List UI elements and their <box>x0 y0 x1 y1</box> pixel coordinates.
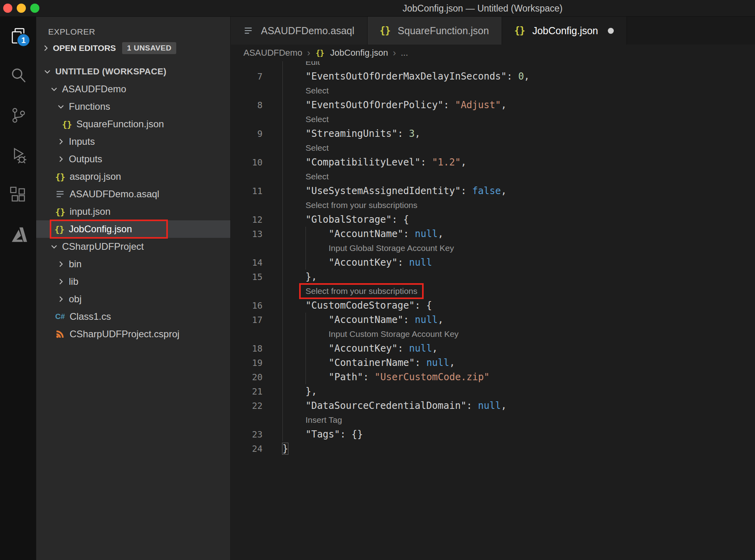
indent-guide <box>306 255 329 270</box>
activity-item-search[interactable] <box>0 56 36 96</box>
tree-item-untitled-workspace[interactable]: UNTITLED (WORKSPACE) <box>36 63 230 80</box>
code-content[interactable]: }, <box>282 384 317 399</box>
breadcrumb-item-asaudfdemo[interactable]: ASAUDFDemo <box>243 48 302 58</box>
code-content[interactable]: "AccountName": null, <box>282 227 444 241</box>
codelens-link[interactable]: Input Custom Storage Account Key <box>329 327 459 341</box>
code-text: "Tags": {} <box>306 427 363 441</box>
editor[interactable]: Edit7"EventsOutOfOrderMaxDelayInSeconds"… <box>231 61 755 560</box>
token-key: "AccountName" <box>329 314 403 325</box>
token-pun: }, <box>306 386 317 397</box>
codelens-link[interactable]: Select <box>306 112 329 126</box>
tree-item-inputs[interactable]: Inputs <box>36 133 230 150</box>
main-layout: 1 EXPLORER OPEN EDITORS 1 UNSAVED UNTITL… <box>0 17 755 560</box>
json-file-icon: {} <box>60 119 74 129</box>
code-content[interactable]: "EventsOutOfOrderMaxDelayInSeconds": 0, <box>282 69 530 84</box>
open-editors-section[interactable]: OPEN EDITORS 1 UNSAVED <box>36 39 230 57</box>
tree-item-csharpudfproject[interactable]: CSharpUDFProject <box>36 238 230 255</box>
tree-item-csharpudfproject-csproj[interactable]: CSharpUDFProject.csproj <box>36 325 230 343</box>
activity-item-explorer[interactable]: 1 <box>0 17 36 56</box>
tree-item-bin[interactable]: bin <box>36 255 230 273</box>
codelens-link[interactable]: Edit <box>306 61 320 69</box>
activity-item-source-control[interactable] <box>0 96 36 136</box>
codelens-link[interactable]: Select <box>306 141 329 155</box>
token-key: "AccountKey" <box>329 257 397 268</box>
line-number: 13 <box>231 227 263 241</box>
activity-item-run-debug[interactable] <box>0 136 36 176</box>
token-pun: , <box>461 157 466 168</box>
code-content[interactable]: "CustomCodeStorage": { <box>282 298 432 313</box>
breadcrumb-item-jobconfig-json[interactable]: {}JobConfig.json <box>315 48 388 58</box>
code-text: "DataSourceCredentialDomain": null, <box>306 399 507 413</box>
codelens-link[interactable]: Input Global Storage Account Key <box>329 241 454 255</box>
code-content[interactable]: "Tags": {} <box>282 427 363 441</box>
codelens-link[interactable]: Select <box>306 169 329 184</box>
minimize-window-button[interactable] <box>17 4 26 13</box>
tab-squarefunction-json[interactable]: {}SquareFunction.json <box>368 17 502 45</box>
tree-item-input-json[interactable]: {}input.json <box>36 203 230 220</box>
json-file-icon: {} <box>53 207 67 217</box>
breadcrumb-item-[interactable]: ... <box>401 48 408 58</box>
window-controls <box>3 4 39 13</box>
tree-item-jobconfig-json[interactable]: {}JobConfig.json <box>36 220 230 238</box>
token-key: "EventsOutOfOrderPolicy" <box>306 99 444 111</box>
token-key: "Path" <box>329 371 363 383</box>
code-content[interactable]: "AccountKey": null <box>282 255 432 270</box>
code-content[interactable]: "EventsOutOfOrderPolicy": "Adjust", <box>282 98 507 112</box>
tree-item-functions[interactable]: Functions <box>36 98 230 115</box>
indent-guide <box>282 241 306 255</box>
code-content[interactable]: "StreamingUnits": 3, <box>282 126 420 141</box>
token-pun: : { <box>392 214 409 225</box>
tree-item-content: Functions <box>55 98 110 115</box>
codelens-link[interactable]: Select <box>306 84 329 98</box>
code-content[interactable]: "GlobalStorage": { <box>282 212 409 227</box>
token-pun: : { <box>415 300 432 311</box>
token-key: "UseSystemAssignedIdentity" <box>306 185 461 196</box>
code-content: Input Custom Storage Account Key <box>282 327 459 341</box>
tree-item-lib[interactable]: lib <box>36 273 230 290</box>
code-row: 12"GlobalStorage": { <box>231 212 755 227</box>
breadcrumb-label: ASAUDFDemo <box>243 48 302 58</box>
tree-item-label: Class1.cs <box>70 311 111 322</box>
tree-item-label: asaproj.json <box>70 171 121 182</box>
code-content[interactable]: "AccountName": null, <box>282 313 444 327</box>
token-key: "CompatibilityLevel" <box>306 157 420 168</box>
code-content[interactable]: "CompatibilityLevel": "1.2", <box>282 155 467 169</box>
tab-jobconfig-json[interactable]: {}JobConfig.json <box>502 17 627 45</box>
code-text: "EventsOutOfOrderMaxDelayInSeconds": 0, <box>306 69 530 84</box>
codelens-link-red-box[interactable]: Select from your subscriptions <box>299 283 424 299</box>
code-content[interactable]: "ContainerName": null, <box>282 356 455 370</box>
csharp-icon: C# <box>55 312 65 321</box>
indent-guide <box>306 327 329 341</box>
tree-item-content: lib <box>55 273 78 290</box>
token-pun: , <box>438 228 444 239</box>
activity-item-extensions[interactable] <box>0 176 36 216</box>
code-content[interactable]: "AccountKey": null, <box>282 341 438 356</box>
tab-asaudfdemo-asaql[interactable]: ASAUDFDemo.asaql <box>231 17 368 45</box>
tree-item-outputs[interactable]: Outputs <box>36 150 230 168</box>
source-control-icon <box>9 106 27 126</box>
token-pun: : <box>397 343 409 354</box>
code-content[interactable]: } <box>282 441 288 456</box>
code-content[interactable]: "DataSourceCredentialDomain": null, <box>282 399 507 413</box>
code-content: Select from your subscriptions <box>282 198 417 212</box>
code-content[interactable]: "Path": "UserCustomCode.zip" <box>282 370 490 384</box>
codelens-link[interactable]: Select from your subscriptions <box>306 198 417 212</box>
line-number: 10 <box>231 155 263 169</box>
tree-item-asaproj-json[interactable]: {}asaproj.json <box>36 168 230 185</box>
modified-dot-icon[interactable] <box>608 28 614 34</box>
code-row: 23"Tags": {} <box>231 427 755 441</box>
tree-item-asaudfdemo-asaql[interactable]: ASAUDFDemo.asaql <box>36 185 230 203</box>
code-content[interactable]: }, <box>282 270 317 284</box>
codelens-link[interactable]: Insert Tag <box>306 413 342 427</box>
tree-item-obj[interactable]: obj <box>36 290 230 308</box>
code-content[interactable]: "UseSystemAssignedIdentity": false, <box>282 184 507 198</box>
chevron-down-icon <box>49 242 60 251</box>
tree-item-asaudfdemo[interactable]: ASAUDFDemo <box>36 80 230 98</box>
tree-item-squarefunction-json[interactable]: {}SquareFunction.json <box>36 115 230 133</box>
tree-item-class1-cs[interactable]: C#Class1.cs <box>36 308 230 325</box>
code-content: Select <box>282 169 329 184</box>
maximize-window-button[interactable] <box>30 4 39 13</box>
activity-item-azure[interactable] <box>0 216 36 255</box>
close-window-button[interactable] <box>3 4 12 13</box>
chevron-right-icon <box>55 137 66 146</box>
